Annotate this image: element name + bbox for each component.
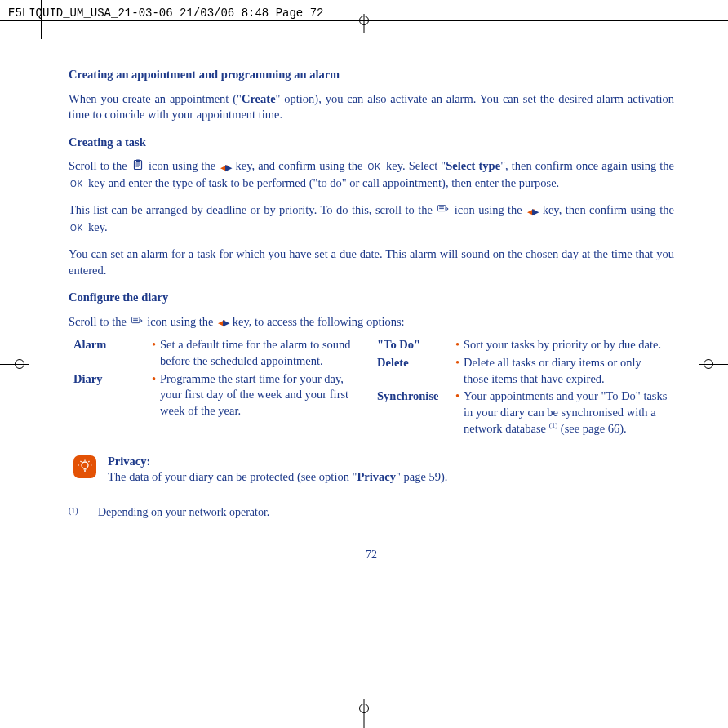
option-desc: Set a default time for the alarm to soun… bbox=[160, 337, 371, 369]
crop-mark-top-left bbox=[41, 0, 42, 39]
option-label: Diary bbox=[73, 371, 152, 419]
heading-appointment: Creating an appointment and programming … bbox=[69, 67, 674, 83]
left-right-nav-icon: ◀▶ bbox=[218, 317, 228, 329]
option-desc: Your appointments and your "To Do" tasks… bbox=[464, 388, 674, 437]
para-task-3: You can set an alarm for a task for whic… bbox=[69, 246, 674, 278]
settings-list-icon bbox=[131, 315, 143, 331]
option-delete: Delete • Delete all tasks or diary items… bbox=[377, 355, 674, 387]
svg-point-11 bbox=[82, 462, 88, 468]
lightbulb-icon bbox=[73, 455, 96, 478]
option-synchronise: Synchronise • Your appointments and your… bbox=[377, 388, 674, 437]
bullet-icon: • bbox=[152, 337, 160, 369]
footnote-mark: (1) bbox=[69, 505, 83, 521]
option-desc: Sort your tasks by priority or by due da… bbox=[464, 337, 674, 353]
ok-key-icon: OK bbox=[70, 223, 83, 234]
footnote: (1) Depending on your network operator. bbox=[69, 505, 674, 521]
heading-task: Creating a task bbox=[69, 135, 674, 151]
tip-box: Privacy: The data of your diary can be p… bbox=[73, 454, 674, 486]
option-label: Alarm bbox=[73, 337, 152, 369]
ok-key-icon: OK bbox=[368, 162, 381, 173]
bullet-icon: • bbox=[152, 371, 160, 419]
left-right-nav-icon: ◀▶ bbox=[527, 206, 537, 218]
svg-line-17 bbox=[81, 461, 82, 462]
option-label: "To Do" bbox=[377, 337, 455, 353]
page-number: 72 bbox=[366, 548, 377, 563]
para-task-1: Scroll to the icon using the ◀▶ key, and… bbox=[69, 158, 674, 191]
left-right-nav-icon: ◀▶ bbox=[220, 162, 230, 174]
option-todo: "To Do" • Sort your tasks by priority or… bbox=[377, 337, 674, 353]
option-label: Delete bbox=[377, 355, 455, 387]
ok-key-icon: OK bbox=[70, 179, 83, 190]
options-columns: Alarm • Set a default time for the alarm… bbox=[73, 337, 674, 438]
bullet-icon: • bbox=[455, 355, 464, 387]
para-task-2: This list can be arranged by deadline or… bbox=[69, 202, 674, 235]
svg-line-18 bbox=[88, 461, 89, 462]
option-alarm: Alarm • Set a default time for the alarm… bbox=[73, 337, 371, 369]
heading-configure: Configure the diary bbox=[69, 290, 674, 306]
svg-rect-1 bbox=[136, 160, 140, 162]
settings-list-icon bbox=[437, 203, 449, 220]
options-left-column: Alarm • Set a default time for the alarm… bbox=[73, 337, 371, 438]
footnote-text: Depending on your network operator. bbox=[98, 505, 269, 521]
print-header: E5LIQUID_UM_USA_21-03-06 21/03/06 8:48 P… bbox=[8, 7, 323, 20]
options-right-column: "To Do" • Sort your tasks by priority or… bbox=[377, 337, 674, 438]
clipboard-icon bbox=[132, 159, 144, 175]
option-desc: Programme the start time for your day, y… bbox=[160, 371, 371, 419]
option-desc: Delete all tasks or diary items or only … bbox=[464, 355, 674, 387]
bullet-icon: • bbox=[455, 388, 464, 437]
para-appointment: When you create an appointment ("Create"… bbox=[69, 91, 674, 123]
option-diary: Diary • Programme the start time for you… bbox=[73, 371, 371, 419]
para-configure: Scroll to the icon using the ◀▶ key, to … bbox=[69, 314, 674, 331]
option-label: Synchronise bbox=[377, 388, 455, 437]
bullet-icon: • bbox=[455, 337, 464, 353]
tip-text: Privacy: The data of your diary can be p… bbox=[108, 454, 674, 486]
page-content: Creating an appointment and programming … bbox=[69, 67, 674, 521]
